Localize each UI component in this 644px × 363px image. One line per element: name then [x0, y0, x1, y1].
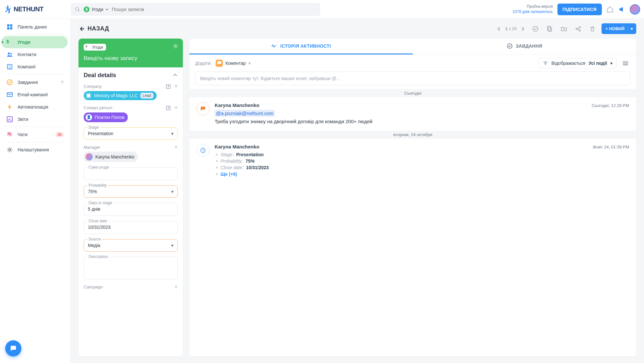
- chat-fab[interactable]: [5, 340, 21, 357]
- chat-icon: [6, 131, 13, 138]
- sidebar-item-email[interactable]: Email-кампанії: [1, 88, 68, 101]
- show-more-link[interactable]: Ще (+6): [215, 171, 629, 177]
- gear-icon[interactable]: [173, 43, 178, 49]
- entry-time: Жовт 24, 01:39 PM: [592, 145, 629, 149]
- plus-icon[interactable]: +: [174, 84, 178, 89]
- chevron-up-icon[interactable]: [173, 73, 178, 78]
- probability-select[interactable]: Probability 75% ▾: [84, 185, 178, 198]
- search-icon: [75, 6, 80, 12]
- field-label: Stage: [87, 125, 100, 130]
- copy-icon[interactable]: [544, 24, 555, 34]
- dashboard-icon: [6, 24, 13, 30]
- comment-icon: [216, 60, 223, 67]
- field-label: Days in stage: [87, 201, 113, 205]
- app-header: NETHUNT $ Угоди Пробна версія 1079 днів …: [0, 0, 644, 19]
- people-icon: [6, 51, 13, 58]
- record-title-input[interactable]: Введіть назву запису: [84, 55, 178, 62]
- add-comment-button[interactable]: Коментар ▾: [216, 60, 251, 67]
- comment-input[interactable]: Введіть новий коментар тут. Відмітьте ва…: [195, 72, 630, 85]
- open-icon[interactable]: [166, 105, 171, 111]
- sidebar-item-label: Автоматизація: [18, 104, 48, 110]
- amount-input[interactable]: Сума угоди: [84, 167, 178, 180]
- sidebar-item-settings[interactable]: Налаштування: [1, 144, 68, 156]
- field-label: Description: [87, 254, 109, 259]
- sidebar-item-label: Панель даних: [18, 24, 47, 29]
- timeline-settings-icon[interactable]: [621, 58, 630, 68]
- svg-point-6: [10, 53, 12, 55]
- company-chip[interactable]: Ministry of Magic LLC Lead: [84, 91, 157, 100]
- pager: 1 з 25: [495, 25, 526, 32]
- history-icon: [197, 144, 209, 157]
- sidebar-item-reports[interactable]: Звіти: [1, 113, 68, 125]
- change-row: Stage: Presentation: [215, 151, 629, 158]
- entry-author: Karyna Manchenko: [215, 144, 259, 149]
- caret-down-icon: ▾: [171, 131, 173, 136]
- open-icon[interactable]: [166, 84, 171, 89]
- subscribe-button[interactable]: ПІДПИСАТИСЯ: [557, 4, 602, 15]
- sidebar: Панель даних $ Угоди Контакти Компанії З…: [0, 19, 71, 363]
- comment-icon: [197, 102, 209, 115]
- delete-icon[interactable]: [587, 24, 598, 34]
- timeline-entry-comment: Karyna Manchenko Сьогодні, 12:28 PM @a.p…: [189, 97, 636, 131]
- new-button[interactable]: + НОВИЙ ▾: [602, 23, 636, 34]
- sidebar-item-companies[interactable]: Компанії: [1, 61, 68, 73]
- caret-down-icon: [105, 8, 109, 11]
- search-bar[interactable]: $ Угоди: [71, 3, 320, 16]
- folder-pill[interactable]: $ Угоди: [84, 44, 106, 51]
- days-in-stage-field: Days in stage 5 днів: [84, 203, 178, 216]
- svg-rect-7: [7, 64, 12, 69]
- caret-down-icon: ▾: [248, 61, 251, 66]
- plus-icon[interactable]: +: [174, 105, 178, 111]
- source-select[interactable]: Source Медіа ▾: [84, 239, 178, 252]
- field-label-company: Company +: [84, 84, 178, 89]
- change-row: Close date: 10/31/2023: [215, 164, 629, 171]
- filter-icon: [543, 61, 548, 66]
- svg-rect-23: [623, 61, 628, 62]
- bolt-icon: [6, 104, 13, 110]
- pager-prev[interactable]: [495, 25, 503, 32]
- user-avatar[interactable]: [630, 4, 640, 15]
- plus-icon[interactable]: +: [174, 285, 178, 289]
- sidebar-item-tasks[interactable]: Завдання +: [1, 76, 68, 88]
- record-toolbar: НАЗАД 1 з 25 + НОВИЙ ▾: [71, 19, 644, 39]
- entry-text: Треба узгодити знижку на дворічний догов…: [215, 118, 629, 125]
- caret-down-icon: ▾: [171, 243, 173, 248]
- check-icon[interactable]: [530, 24, 541, 34]
- sidebar-item-contacts[interactable]: Контакти: [1, 48, 68, 61]
- tab-tasks[interactable]: ЗАВДАННЯ: [413, 39, 636, 54]
- day-divider: вторник, 24 октября: [189, 131, 636, 139]
- sidebar-item-label: Чати: [18, 132, 28, 137]
- description-input[interactable]: Description: [84, 257, 178, 279]
- folder-move-icon[interactable]: [559, 24, 569, 34]
- close-date-input[interactable]: Close date 10/31/2023: [84, 221, 178, 234]
- home-icon[interactable]: [606, 6, 614, 13]
- sidebar-item-automation[interactable]: Автоматизація: [1, 101, 68, 113]
- tab-activity[interactable]: ІСТОРІЯ АКТИВНОСТІ: [189, 39, 413, 54]
- plus-icon[interactable]: +: [174, 145, 178, 149]
- share-icon[interactable]: [573, 24, 583, 34]
- plus-icon[interactable]: +: [60, 79, 64, 86]
- svg-rect-4: [10, 27, 12, 29]
- sidebar-item-deals[interactable]: $ Угоди: [1, 36, 68, 48]
- stage-select[interactable]: Stage Presentation ▾: [84, 127, 178, 140]
- caret-down-icon: ▾: [628, 26, 633, 31]
- avatar-icon: 👤: [86, 114, 92, 121]
- manager-chip[interactable]: Karyna Manchenko: [84, 152, 138, 162]
- filter-dropdown[interactable]: Відображається Усі події ▾: [539, 58, 617, 68]
- card-header: $ Угоди Введіть назву запису: [78, 39, 183, 67]
- sidebar-item-label: Угоди: [18, 40, 30, 45]
- contact-chip[interactable]: 👤 Платон Попов: [84, 112, 128, 122]
- avatar-icon: [86, 153, 93, 160]
- pager-next[interactable]: [519, 25, 526, 32]
- back-button[interactable]: НАЗАД: [78, 25, 109, 32]
- svg-rect-13: [548, 28, 552, 31]
- sidebar-item-dashboard[interactable]: Панель даних: [1, 21, 68, 33]
- search-input[interactable]: [112, 6, 316, 12]
- search-folder-selector[interactable]: $ Угоди: [84, 6, 109, 12]
- field-label: Close date: [87, 219, 108, 223]
- dollar-icon: $: [6, 39, 13, 45]
- sidebar-item-chats[interactable]: Чати 20: [1, 128, 68, 141]
- mention-link[interactable]: @a.pozniak@nethunt.com: [215, 110, 275, 117]
- announce-icon[interactable]: [618, 6, 625, 13]
- change-row: Probability: 75%: [215, 158, 629, 164]
